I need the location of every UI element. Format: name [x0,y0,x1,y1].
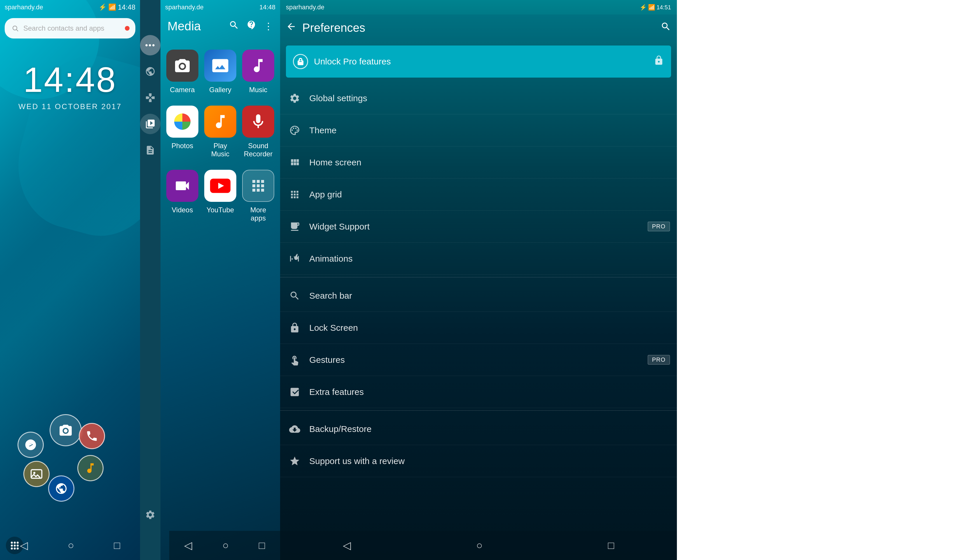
app-item-music[interactable]: Music [239,44,277,100]
pref-icon-app-grid [287,187,302,202]
app-item-sound-recorder[interactable]: Sound Recorder [239,100,277,164]
media-apps-grid: Camera Gallery Music [161,38,280,234]
app-item-videos[interactable]: Videos [163,164,201,228]
pref-item-lock-screen[interactable]: Lock Screen [280,312,677,344]
pref-item-theme[interactable]: Theme [280,114,677,147]
pref-label-extra-features: Extra features [309,387,670,397]
prefs-search-button[interactable] [660,21,671,35]
pref-icon-gestures [287,352,302,368]
prefs-status-icons: ⚡ 📶 14:51 [640,4,671,11]
prefs-recent-nav-button[interactable]: □ [608,539,614,552]
search-icon [11,24,20,33]
pref-item-gestures[interactable]: Gestures PRO [280,344,677,376]
media-more-icon[interactable]: ⋮ [264,21,273,32]
home-recent-button[interactable]: □ [114,539,120,552]
prefs-header: Preferences [280,14,677,41]
pref-item-app-grid[interactable]: App grid [280,178,677,211]
pref-item-support-review[interactable]: Support us with a review [280,445,677,477]
app-label-youtube: YouTube [207,206,234,214]
prefs-home-nav-button[interactable]: ○ [476,539,483,552]
app-item-more-apps[interactable]: More apps [239,164,277,228]
home-time-display: 14:48 [0,60,140,100]
prefs-divider-1 [280,277,677,278]
sidebar-item-games[interactable] [140,87,161,108]
app-icon-gallery [204,50,236,82]
prefs-nav-bar: ◁ ○ □ [280,531,677,560]
sidebar-item-more[interactable]: ••• [140,35,161,55]
home-app-gallery[interactable] [23,461,50,487]
prefs-divider-2 [280,410,677,411]
search-bar[interactable]: Search contacts and apps [5,18,135,38]
pref-item-backup-restore[interactable]: Backup/Restore [280,413,677,445]
pref-label-lock-screen: Lock Screen [309,323,670,333]
unlock-pro-banner[interactable]: Unlock Pro features [286,46,671,77]
prefs-back-nav-button[interactable]: ◁ [343,539,351,552]
pref-item-extra-features[interactable]: Extra features [280,376,677,408]
sidebar-item-notes[interactable] [140,140,161,161]
svg-point-5 [180,64,185,69]
prefs-carrier: sparhandy.de [286,3,324,11]
home-clock-area: 14:48 WED 11 OCTOBER 2017 [0,60,140,111]
pref-label-gestures: Gestures [309,355,641,365]
home-app-music[interactable] [77,455,104,481]
home-nav-bar: ◁ ○ □ [0,531,140,560]
pref-pro-badge-gestures: PRO [648,355,670,364]
media-time: 14:48 [259,3,275,11]
media-title: Media [167,19,201,33]
app-item-gallery[interactable]: Gallery [201,44,239,100]
pref-item-search-bar[interactable]: Search bar [280,280,677,312]
home-app-telegram[interactable] [17,432,44,458]
pref-item-animations[interactable]: Animations [280,243,677,275]
home-back-button[interactable]: ◁ [20,539,28,552]
media-recent-button[interactable]: □ [259,539,265,552]
home-status-icons: ⚡ 📶 14:48 [99,3,135,11]
svg-point-2 [64,429,68,433]
preferences-panel: sparhandy.de ⚡ 📶 14:51 Preferences Unloc… [280,0,677,560]
pref-icon-theme [287,123,302,138]
home-apps-area [0,409,140,525]
prefs-status-bar: sparhandy.de ⚡ 📶 14:51 [280,0,677,14]
sidebar-item-media[interactable] [140,114,161,134]
home-home-button[interactable]: ○ [68,539,74,552]
prefs-back-button[interactable] [286,21,297,35]
pref-icon-support-review [287,454,302,469]
media-sidebar: ••• [140,0,161,560]
media-search-icon[interactable] [229,20,239,33]
pref-item-widget-support[interactable]: Widget Support PRO [280,211,677,243]
sidebar-item-settings[interactable] [140,505,161,525]
app-icon-play-music [204,106,236,138]
pref-pro-badge-widget: PRO [648,222,670,231]
pref-item-global-settings[interactable]: Global settings [280,82,677,114]
media-header: Media ⋮ [161,14,280,38]
app-label-videos: Videos [172,206,193,214]
app-label-gallery: Gallery [209,86,231,94]
app-icon-videos [166,170,198,202]
app-item-youtube[interactable]: YouTube [201,164,239,228]
media-back-button[interactable]: ◁ [184,539,192,552]
unlock-pro-icon [293,54,308,69]
pref-label-animations: Animations [309,254,670,263]
pref-label-backup-restore: Backup/Restore [309,424,670,434]
app-icon-youtube [204,170,236,202]
home-clock: 14:48 [118,3,135,11]
home-app-phone[interactable] [79,423,105,449]
media-panel: ••• [140,0,280,560]
svg-point-8 [292,129,293,131]
prefs-signal-icon: 📶 [648,4,655,11]
prefs-time: 14:51 [657,4,671,11]
svg-point-10 [295,128,297,129]
home-app-camera[interactable] [50,414,82,446]
sidebar-item-globe[interactable] [140,61,161,82]
prefs-list: Global settings Theme Home [280,82,677,531]
pref-label-support-review: Support us with a review [309,456,670,466]
home-app-globe[interactable] [48,475,74,502]
app-item-photos[interactable]: Photos [163,100,201,164]
search-placeholder: Search contacts and apps [23,24,122,32]
media-home-button[interactable]: ○ [222,539,229,552]
app-item-camera[interactable]: Camera [163,44,201,100]
svg-point-4 [33,472,35,474]
media-store-icon[interactable] [246,20,257,33]
pref-label-theme: Theme [309,125,670,135]
pref-item-home-screen[interactable]: Home screen [280,147,677,178]
app-item-play-music[interactable]: Play Music [201,100,239,164]
